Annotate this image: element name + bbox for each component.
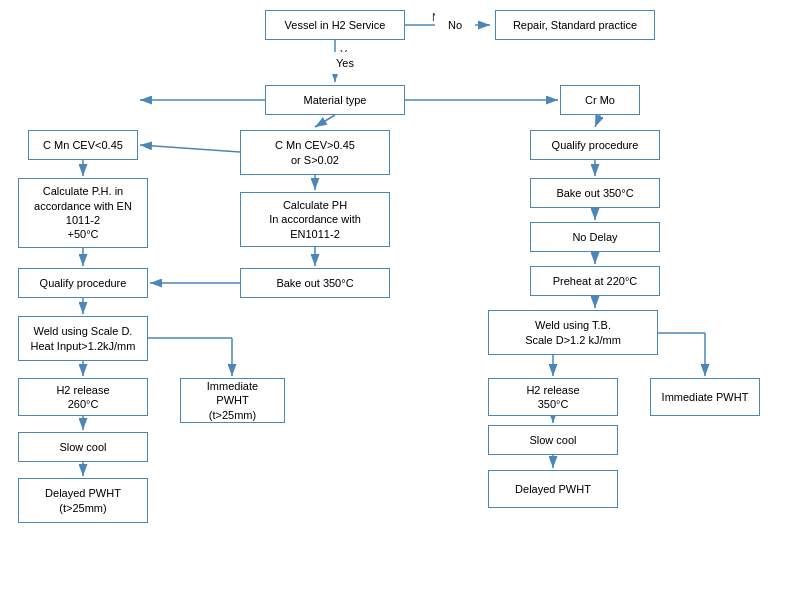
box-h2_release_right: H2 release 350°C bbox=[488, 378, 618, 416]
box-qualify_proc_left: Qualify procedure bbox=[18, 268, 148, 298]
box-repair: Repair, Standard practice bbox=[495, 10, 655, 40]
box-immediate_pwht_left: Immediate PWHT (t>25mm) bbox=[180, 378, 285, 423]
box-qualify_proc_right: Qualify procedure bbox=[530, 130, 660, 160]
box-no_delay: No Delay bbox=[530, 222, 660, 252]
box-preheat: Preheat at 220°C bbox=[530, 266, 660, 296]
box-material_type: Material type bbox=[265, 85, 405, 115]
box-slow_cool_right: Slow cool bbox=[488, 425, 618, 455]
box-delayed_pwht_left: Delayed PWHT (t>25mm) bbox=[18, 478, 148, 523]
box-immediate_pwht_right: Immediate PWHT bbox=[650, 378, 760, 416]
box-vessel: Vessel in H2 Service bbox=[265, 10, 405, 40]
box-calc_ph_right: Calculate PH In accordance with EN1011-2 bbox=[240, 192, 390, 247]
svg-line-6 bbox=[315, 115, 335, 127]
box-no_label: No bbox=[435, 10, 475, 40]
box-bake_out_left: Bake out 350°C bbox=[240, 268, 390, 298]
box-bake_out_right: Bake out 350°C bbox=[530, 178, 660, 208]
box-delayed_pwht_right: Delayed PWHT bbox=[488, 470, 618, 508]
flowchart-diagram: No Yes bbox=[0, 0, 800, 592]
box-cmn_cev_low: C Mn CEV<0.45 bbox=[28, 130, 138, 160]
box-weld_left: Weld using Scale D. Heat Input>1.2kJ/mm bbox=[18, 316, 148, 361]
box-h2_release_left: H2 release 260°C bbox=[18, 378, 148, 416]
box-yes_label: Yes bbox=[325, 52, 365, 74]
svg-line-29 bbox=[140, 145, 240, 152]
box-weld_right: Weld using T.B. Scale D>1.2 kJ/mm bbox=[488, 310, 658, 355]
box-crmo: Cr Mo bbox=[560, 85, 640, 115]
box-cmn_cev_high: C Mn CEV>0.45 or S>0.02 bbox=[240, 130, 390, 175]
box-calc_ph_left: Calculate P.H. in accordance with EN 101… bbox=[18, 178, 148, 248]
svg-line-8 bbox=[595, 115, 600, 127]
box-slow_cool_left: Slow cool bbox=[18, 432, 148, 462]
